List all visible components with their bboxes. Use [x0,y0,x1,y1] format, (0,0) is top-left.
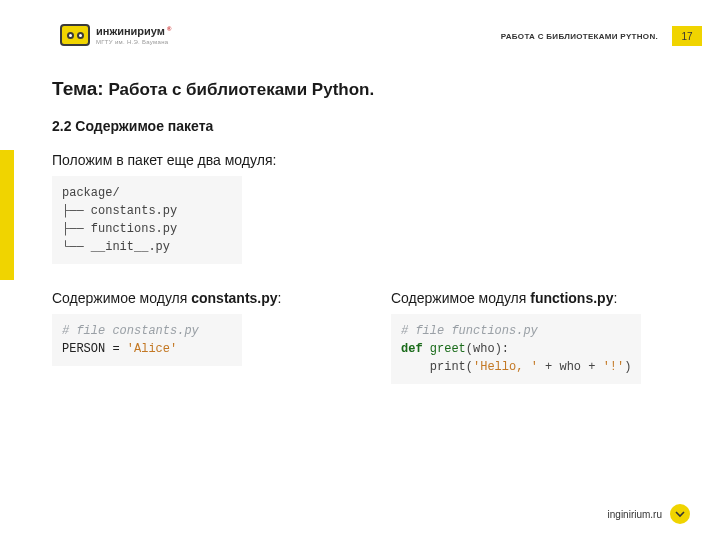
intro-paragraph: Положим в пакет еще два модуля: [52,152,690,168]
topic-prefix: Тема: [52,78,104,99]
functions-label: Содержимое модуля functions.py: [391,290,690,306]
footer: inginirium.ru [608,504,690,524]
topic-heading: Тема: Работа с библиотеками Python. [52,78,690,100]
registered-mark: ® [167,26,171,32]
brand-logo: инжинириум® МГТУ им. Н.Э. Баумана [60,24,171,46]
section-heading: 2.2 Содержимое пакета [52,118,690,134]
header: инжинириум® МГТУ им. Н.Э. Баумана РАБОТА… [0,0,720,60]
owl-icon [60,24,90,46]
functions-code: # file functions.py def greet(who): prin… [391,314,641,384]
slide-content: Тема: Работа с библиотеками Python. 2.2 … [52,78,690,384]
brand-name: инжинириум [96,25,165,37]
footer-site: inginirium.ru [608,509,662,520]
side-accent [0,150,14,280]
brand-subtitle: МГТУ им. Н.Э. Баумана [96,39,171,45]
package-tree-code: package/ ├── constants.py ├── functions.… [52,176,242,264]
constants-code: # file constants.py PERSON = 'Alice' [52,314,242,366]
constants-label: Содержимое модуля constants.py: [52,290,351,306]
functions-column: Содержимое модуля functions.py: # file f… [391,290,690,384]
page-number-badge: 17 [672,26,702,46]
constants-column: Содержимое модуля constants.py: # file c… [52,290,351,384]
running-title: РАБОТА С БИБЛИОТЕКАМИ PYTHON. [501,32,658,41]
topic-text: Работа с библиотеками Python. [104,80,375,99]
chevron-down-icon [670,504,690,524]
